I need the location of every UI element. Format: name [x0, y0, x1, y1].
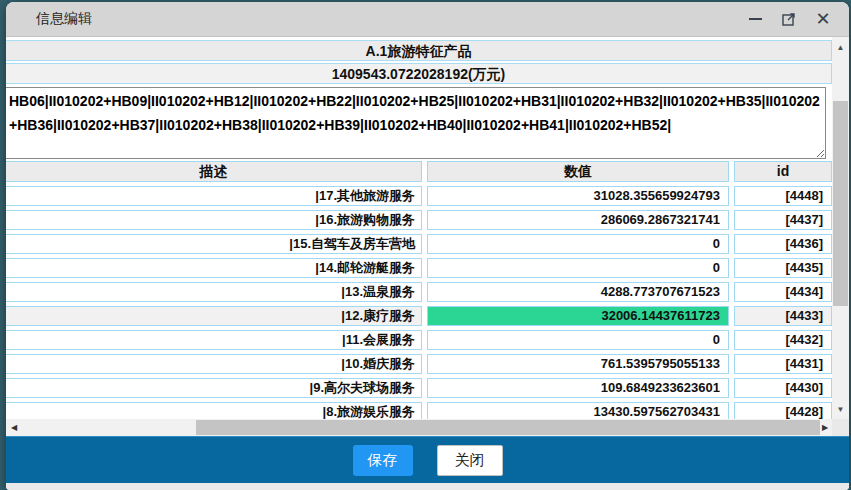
scroll-down-icon[interactable]: ▼ [832, 401, 849, 417]
formula-textarea[interactable] [6, 87, 826, 159]
row-value-cell[interactable]: 286069.2867321741 [427, 210, 729, 230]
edit-dialog: 信息编辑 ✕ A.1旅游特征产品 1409543.0722028192(万元) [6, 2, 849, 490]
row-value-cell[interactable]: 31028.355659924793 [427, 186, 729, 206]
row-id-cell: [4448] [734, 186, 832, 206]
category-header: A.1旅游特征产品 [6, 40, 832, 61]
row-description-cell: |13.温泉服务 [6, 282, 422, 302]
column-header-id[interactable]: id [734, 161, 832, 182]
total-value: 1409543.0722028192(万元) [6, 63, 832, 84]
data-grid: 描述 数值 id |17.其他旅游服务31028.355659924793[44… [6, 161, 832, 419]
dialog-title: 信息编辑 [36, 10, 92, 28]
row-id-cell: [4431] [734, 354, 832, 374]
row-id-cell: [4433] [734, 306, 832, 326]
row-id-cell: [4437] [734, 210, 832, 230]
vertical-scroll-thumb[interactable] [833, 101, 848, 306]
row-description-cell: |10.婚庆服务 [6, 354, 422, 374]
row-value-cell[interactable]: 32006.14437611723 [427, 306, 729, 326]
row-value-cell[interactable]: 0 [427, 330, 729, 350]
table-row: |11.会展服务0[4432] [6, 330, 832, 350]
dialog-content: A.1旅游特征产品 1409543.0722028192(万元) 描述 数值 i… [6, 37, 849, 436]
row-description-cell: |15.自驾车及房车营地 [6, 234, 422, 254]
horizontal-scroll-thumb[interactable] [196, 420, 820, 435]
close-dialog-button[interactable]: 关闭 [437, 445, 503, 476]
column-header-value[interactable]: 数值 [427, 161, 729, 182]
row-id-cell: [4432] [734, 330, 832, 350]
grid-header-row: 描述 数值 id [6, 161, 832, 182]
close-button[interactable]: ✕ [813, 9, 833, 29]
table-row: |15.自驾车及房车营地0[4436] [6, 234, 832, 254]
row-description-cell: |9.高尔夫球场服务 [6, 378, 422, 398]
scrollbar-corner [832, 419, 849, 436]
row-value-cell[interactable]: 4288.773707671523 [427, 282, 729, 302]
row-value-cell[interactable]: 761.5395795055133 [427, 354, 729, 374]
row-value-cell[interactable]: 0 [427, 234, 729, 254]
grid-body: |17.其他旅游服务31028.355659924793[4448]|16.旅游… [6, 186, 832, 419]
table-row: |17.其他旅游服务31028.355659924793[4448] [6, 186, 832, 206]
table-row: |8.旅游娱乐服务13430.597562703431[4428] [6, 402, 832, 419]
row-id-cell: [4436] [734, 234, 832, 254]
scroll-viewport: A.1旅游特征产品 1409543.0722028192(万元) 描述 数值 i… [6, 37, 832, 419]
maximize-button[interactable] [779, 9, 799, 29]
table-row: |14.邮轮游艇服务0[4435] [6, 258, 832, 278]
row-id-cell: [4434] [734, 282, 832, 302]
table-row: |13.温泉服务4288.773707671523[4434] [6, 282, 832, 302]
save-button[interactable]: 保存 [353, 445, 413, 476]
column-header-desc[interactable]: 描述 [6, 161, 422, 182]
scroll-left-icon[interactable]: ◀ [7, 419, 21, 436]
row-value-cell[interactable]: 109.6849233623601 [427, 378, 729, 398]
row-description-cell: |8.旅游娱乐服务 [6, 402, 422, 419]
vertical-scrollbar[interactable]: ▲ ▼ [832, 37, 849, 419]
scroll-up-icon[interactable]: ▲ [832, 39, 849, 55]
table-row: |12.康疗服务32006.14437611723[4433] [6, 306, 832, 326]
dialog-titlebar[interactable]: 信息编辑 ✕ [6, 2, 849, 37]
table-row: |16.旅游购物服务286069.2867321741[4437] [6, 210, 832, 230]
table-row: |9.高尔夫球场服务109.6849233623601[4430] [6, 378, 832, 398]
row-description-cell: |12.康疗服务 [6, 306, 422, 326]
horizontal-scrollbar[interactable]: ◀ ▶ [6, 419, 832, 436]
table-row: |10.婚庆服务761.5395795055133[4431] [6, 354, 832, 374]
row-id-cell: [4428] [734, 402, 832, 419]
window-controls: ✕ [745, 9, 833, 29]
expand-icon [781, 11, 797, 27]
minimize-button[interactable] [745, 9, 765, 29]
scroll-right-icon[interactable]: ▶ [818, 419, 832, 436]
close-icon: ✕ [815, 10, 830, 28]
row-description-cell: |11.会展服务 [6, 330, 422, 350]
minimize-icon [749, 18, 762, 20]
dialog-footer: 保存 关闭 [6, 436, 849, 483]
dialog-bottom-edge [6, 483, 849, 490]
row-description-cell: |14.邮轮游艇服务 [6, 258, 422, 278]
row-value-cell[interactable]: 13430.597562703431 [427, 402, 729, 419]
row-id-cell: [4435] [734, 258, 832, 278]
row-id-cell: [4430] [734, 378, 832, 398]
row-description-cell: |16.旅游购物服务 [6, 210, 422, 230]
row-value-cell[interactable]: 0 [427, 258, 729, 278]
row-description-cell: |17.其他旅游服务 [6, 186, 422, 206]
